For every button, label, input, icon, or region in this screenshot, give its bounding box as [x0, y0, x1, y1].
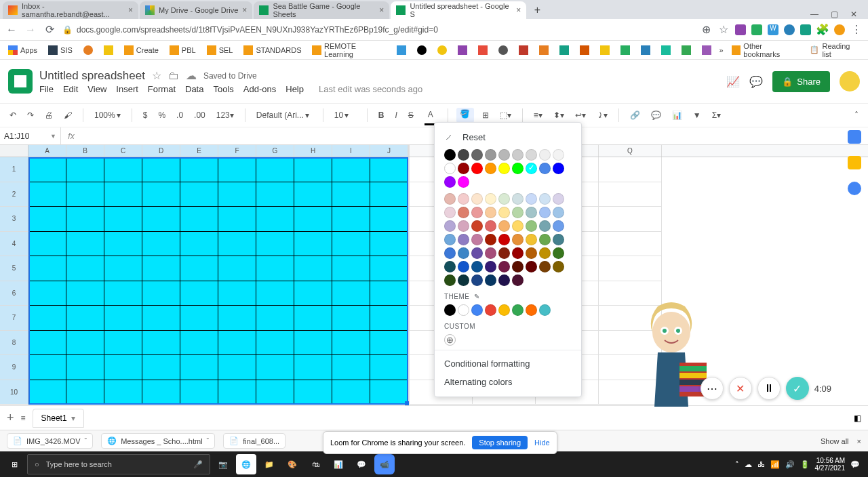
- color-swatch[interactable]: [539, 193, 551, 205]
- column-header[interactable]: Q: [599, 145, 662, 157]
- color-swatch[interactable]: [526, 220, 537, 232]
- color-swatch[interactable]: [512, 274, 524, 286]
- menu-file[interactable]: File: [39, 84, 54, 94]
- color-swatch[interactable]: [444, 261, 456, 272]
- cell[interactable]: [370, 207, 408, 232]
- onedrive-icon[interactable]: ☁: [745, 460, 752, 469]
- cell[interactable]: [599, 207, 662, 232]
- color-swatch[interactable]: [512, 247, 524, 259]
- cell[interactable]: [332, 281, 370, 306]
- cell[interactable]: [294, 331, 332, 356]
- color-swatch[interactable]: [512, 304, 524, 316]
- close-icon[interactable]: ×: [242, 5, 247, 15]
- cell[interactable]: [256, 207, 294, 232]
- valign-icon[interactable]: ⬍▾: [551, 109, 567, 121]
- cell[interactable]: [180, 281, 218, 306]
- show-all-downloads[interactable]: Show all: [821, 437, 849, 445]
- tab-drive[interactable]: My Drive - Google Drive ×: [140, 1, 252, 19]
- cell[interactable]: [180, 182, 218, 207]
- cell[interactable]: [218, 331, 256, 356]
- link-icon[interactable]: 🔗: [627, 109, 643, 121]
- cell[interactable]: [370, 157, 408, 182]
- tab-untitled[interactable]: Untitled spreadsheet - Google S ×: [391, 1, 526, 19]
- column-header[interactable]: F: [218, 145, 256, 157]
- close-downloads-icon[interactable]: ×: [857, 437, 861, 445]
- column-header[interactable]: J: [370, 145, 408, 157]
- color-swatch[interactable]: [498, 207, 510, 218]
- percent-icon[interactable]: %: [155, 109, 168, 121]
- color-swatch[interactable]: [498, 163, 510, 174]
- comment-icon[interactable]: 💬: [648, 109, 664, 121]
- close-icon[interactable]: ×: [516, 5, 521, 15]
- color-swatch[interactable]: [512, 163, 524, 174]
- paint-format-icon[interactable]: 🖌: [61, 109, 75, 121]
- menu-insert[interactable]: Insert: [116, 84, 138, 94]
- row-header[interactable]: 4: [0, 232, 28, 257]
- cell[interactable]: [142, 380, 180, 405]
- reload-icon[interactable]: ⟳: [43, 24, 56, 36]
- column-header[interactable]: E: [180, 145, 218, 157]
- cell[interactable]: [142, 355, 180, 380]
- bookmark-item[interactable]: SIS: [45, 44, 75, 56]
- increase-decimal-icon[interactable]: .00: [191, 109, 208, 121]
- bookmark-item[interactable]: PBL: [167, 44, 199, 56]
- cell[interactable]: [66, 355, 104, 380]
- alternating-colors[interactable]: Alternating colors: [435, 373, 581, 391]
- share-button[interactable]: 🔒 Share: [772, 71, 830, 92]
- bookmark-item[interactable]: [699, 44, 714, 56]
- bookmark-item[interactable]: [435, 44, 450, 56]
- color-swatch[interactable]: [498, 304, 510, 316]
- sheet-tab[interactable]: Sheet1 ▾: [33, 409, 84, 428]
- color-swatch[interactable]: [485, 304, 496, 316]
- row-header[interactable]: 9: [0, 355, 28, 380]
- calendar-icon[interactable]: [848, 130, 861, 144]
- cell[interactable]: [256, 157, 294, 182]
- cell[interactable]: [66, 331, 104, 356]
- color-swatch[interactable]: [553, 234, 564, 245]
- color-swatch[interactable]: [498, 234, 510, 245]
- color-swatch[interactable]: [444, 149, 456, 161]
- bookmark-item[interactable]: [536, 44, 551, 56]
- close-icon[interactable]: ×: [128, 5, 133, 15]
- color-swatch[interactable]: [526, 304, 537, 316]
- collapse-toolbar-icon[interactable]: ˄: [852, 109, 861, 121]
- chart-icon[interactable]: 📊: [669, 109, 685, 121]
- color-swatch[interactable]: [444, 304, 456, 316]
- add-custom-color[interactable]: ⊕: [444, 334, 456, 346]
- color-swatch[interactable]: [539, 163, 551, 174]
- taskbar-search[interactable]: ○ Type here to search 🎤: [27, 454, 210, 474]
- tray-up-icon[interactable]: ˄: [735, 460, 739, 469]
- color-swatch[interactable]: [539, 247, 551, 259]
- cell[interactable]: [104, 306, 142, 331]
- cell[interactable]: [28, 380, 66, 405]
- cell[interactable]: [218, 281, 256, 306]
- color-swatch[interactable]: [539, 149, 551, 161]
- extensions-icon[interactable]: 🧩: [816, 24, 829, 36]
- reading-list[interactable]: 📋Reading list: [807, 41, 863, 60]
- bookmark-item[interactable]: [638, 44, 653, 56]
- color-swatch[interactable]: [498, 261, 510, 272]
- row-header[interactable]: 3: [0, 207, 28, 232]
- select-all-corner[interactable]: [0, 145, 28, 157]
- cell[interactable]: [104, 182, 142, 207]
- cell[interactable]: [332, 355, 370, 380]
- tab-seabattle[interactable]: Sea Battle Game - Google Sheets ×: [254, 1, 389, 19]
- cell[interactable]: [66, 256, 104, 281]
- task-icon[interactable]: 📊: [328, 454, 349, 474]
- cell[interactable]: [104, 355, 142, 380]
- cell[interactable]: [294, 207, 332, 232]
- menu-icon[interactable]: ⋮: [850, 24, 863, 36]
- cell[interactable]: [28, 157, 66, 182]
- name-box[interactable]: A1:J10▼: [0, 127, 61, 144]
- row-header[interactable]: 5: [0, 256, 28, 281]
- color-swatch[interactable]: [512, 207, 524, 218]
- color-swatch[interactable]: [512, 220, 524, 232]
- cell[interactable]: [142, 256, 180, 281]
- last-edit[interactable]: Last edit was seconds ago: [319, 84, 422, 94]
- all-sheets-icon[interactable]: ≡: [21, 413, 26, 423]
- star-icon[interactable]: ☆: [152, 69, 161, 82]
- cell[interactable]: [66, 306, 104, 331]
- ext-icon[interactable]: [784, 24, 795, 35]
- cell[interactable]: [332, 306, 370, 331]
- bookmark-item[interactable]: [679, 44, 694, 56]
